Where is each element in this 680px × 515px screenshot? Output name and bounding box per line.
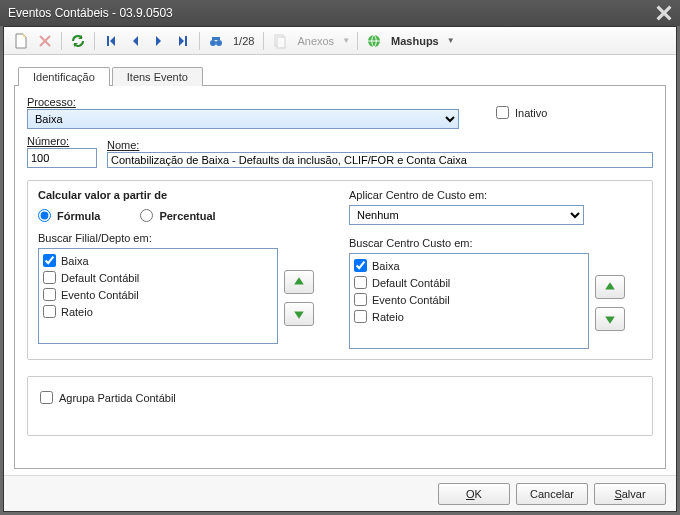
cc-check-3[interactable] <box>354 310 367 323</box>
filial-check-3[interactable] <box>43 305 56 318</box>
content: 1/28 Anexos ▼ Mashups ▼ Identificação It… <box>3 26 677 512</box>
calc-title: Calcular valor a partir de <box>38 189 331 201</box>
apply-cc-select[interactable]: Nenhum <box>349 205 584 225</box>
radio-formula-wrap[interactable]: Fórmula <box>38 209 100 222</box>
cancel-button[interactable]: Cancelar <box>516 483 588 505</box>
nav-next-button[interactable] <box>148 30 170 52</box>
nav-last-button[interactable] <box>172 30 194 52</box>
new-button[interactable] <box>10 30 32 52</box>
anexos-button <box>269 30 291 52</box>
numero-input[interactable] <box>27 148 97 168</box>
mashups-dropdown-icon[interactable]: ▼ <box>445 36 457 45</box>
tab-identificacao[interactable]: Identificação <box>18 67 110 86</box>
apply-cc-label: Aplicar Centro de Custo em: <box>349 189 642 201</box>
close-button[interactable] <box>656 5 672 21</box>
save-label-rest: alvar <box>622 488 646 500</box>
toolbar-separator <box>199 32 200 50</box>
nome-label: Nome: <box>107 139 653 151</box>
footer: OK Cancelar Salvar <box>4 475 676 511</box>
cc-check-1[interactable] <box>354 276 367 289</box>
agrupa-group: Agrupa Partida Contábil <box>27 376 653 436</box>
tabstrip: Identificação Itens Evento <box>18 63 666 85</box>
list-item-label: Rateio <box>61 306 93 318</box>
attachment-icon <box>272 33 288 49</box>
nav-prev-button[interactable] <box>124 30 146 52</box>
filial-check-0[interactable] <box>43 254 56 267</box>
save-button[interactable]: Salvar <box>594 483 666 505</box>
svg-rect-4 <box>277 37 285 48</box>
svg-point-0 <box>210 40 216 46</box>
toolbar-separator <box>357 32 358 50</box>
find-button[interactable] <box>205 30 227 52</box>
radio-formula-label: Fórmula <box>57 210 100 222</box>
list-item[interactable]: Evento Contábil <box>354 291 584 308</box>
delete-icon <box>37 33 53 49</box>
arrow-down-icon <box>293 308 305 320</box>
mashups-label[interactable]: Mashups <box>387 35 443 47</box>
toolbar: 1/28 Anexos ▼ Mashups ▼ <box>4 27 676 55</box>
radio-percentual-wrap[interactable]: Percentual <box>140 209 215 222</box>
cc-check-2[interactable] <box>354 293 367 306</box>
filial-check-1[interactable] <box>43 271 56 284</box>
filial-move-down-button[interactable] <box>284 302 314 326</box>
buscar-filial-label: Buscar Filial/Depto em: <box>38 232 331 244</box>
anexos-label: Anexos <box>293 35 338 47</box>
delete-button <box>34 30 56 52</box>
list-item-label: Evento Contábil <box>61 289 139 301</box>
refresh-button[interactable] <box>67 30 89 52</box>
radio-percentual-label: Percentual <box>159 210 215 222</box>
filial-move-up-button[interactable] <box>284 270 314 294</box>
refresh-icon <box>70 33 86 49</box>
new-file-icon <box>13 33 29 49</box>
mashups-button[interactable] <box>363 30 385 52</box>
buscar-cc-label: Buscar Centro Custo em: <box>349 237 642 249</box>
toolbar-separator <box>263 32 264 50</box>
list-item[interactable]: Rateio <box>354 308 584 325</box>
processo-select[interactable]: Baixa <box>27 109 459 129</box>
mashups-icon <box>366 33 382 49</box>
window-title: Eventos Contábeis - 03.9.0503 <box>8 6 656 20</box>
list-item[interactable]: Default Contábil <box>43 269 273 286</box>
list-item-label: Baixa <box>372 260 400 272</box>
app-window: Eventos Contábeis - 03.9.0503 <box>0 0 680 515</box>
list-item[interactable]: Evento Contábil <box>43 286 273 303</box>
arrow-up-icon <box>604 281 616 293</box>
svg-point-1 <box>216 40 222 46</box>
list-item-label: Rateio <box>372 311 404 323</box>
last-icon <box>175 33 191 49</box>
list-item-label: Evento Contábil <box>372 294 450 306</box>
nav-first-button[interactable] <box>100 30 122 52</box>
nome-input[interactable] <box>107 152 653 168</box>
body: Identificação Itens Evento Processo: Bai… <box>4 55 676 475</box>
radio-percentual[interactable] <box>140 209 153 222</box>
first-icon <box>103 33 119 49</box>
list-item[interactable]: Baixa <box>354 257 584 274</box>
processo-label: Processo: <box>27 96 462 108</box>
titlebar: Eventos Contábeis - 03.9.0503 <box>0 0 680 26</box>
cc-check-0[interactable] <box>354 259 367 272</box>
buscar-cc-list[interactable]: Baixa Default Contábil Evento Contábil R… <box>349 253 589 349</box>
next-icon <box>151 33 167 49</box>
cancel-label: Cancelar <box>530 488 574 500</box>
list-item[interactable]: Baixa <box>43 252 273 269</box>
radio-formula[interactable] <box>38 209 51 222</box>
list-item[interactable]: Rateio <box>43 303 273 320</box>
inativo-label: Inativo <box>515 107 547 119</box>
inativo-checkbox[interactable] <box>496 106 509 119</box>
numero-label: Número: <box>27 135 97 147</box>
list-item-label: Default Contábil <box>61 272 139 284</box>
anexos-dropdown-icon: ▼ <box>340 36 352 45</box>
arrow-down-icon <box>604 313 616 325</box>
filial-check-2[interactable] <box>43 288 56 301</box>
toolbar-separator <box>61 32 62 50</box>
agrupa-checkbox[interactable] <box>40 391 53 404</box>
cc-move-up-button[interactable] <box>595 275 625 299</box>
arrow-up-icon <box>293 276 305 288</box>
list-item[interactable]: Default Contábil <box>354 274 584 291</box>
close-icon <box>656 5 672 21</box>
ok-button[interactable]: OK <box>438 483 510 505</box>
tab-itens-evento[interactable]: Itens Evento <box>112 67 203 86</box>
agrupa-label: Agrupa Partida Contábil <box>59 392 176 404</box>
cc-move-down-button[interactable] <box>595 307 625 331</box>
buscar-filial-list[interactable]: Baixa Default Contábil Evento Contábil R… <box>38 248 278 344</box>
